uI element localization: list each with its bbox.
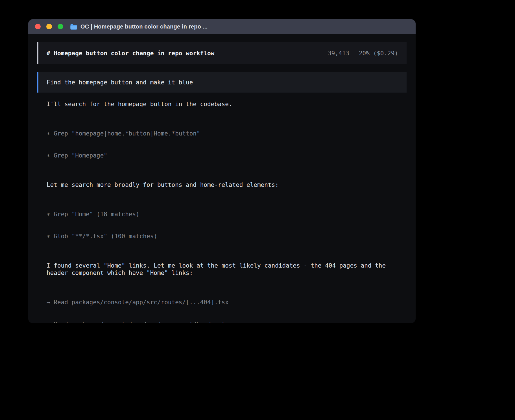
session-stats: 39,413 20% ($0.29) [328, 50, 398, 57]
titlebar[interactable]: OC | Homepage button color change in rep… [28, 19, 416, 34]
folder-icon [70, 24, 77, 30]
close-button[interactable] [35, 24, 41, 29]
tool-call-grep: ∗ Grep "homepage|home.*button|Home.*butt… [47, 130, 407, 137]
tool-call-group: ∗ Grep "homepage|home.*button|Home.*butt… [47, 115, 407, 174]
minimize-button[interactable] [46, 24, 52, 29]
tool-call-grep: ∗ Grep "Homepage" [47, 152, 407, 159]
window-title: OC | Homepage button color change in rep… [80, 23, 208, 30]
terminal-window: OC | Homepage button color change in rep… [28, 19, 416, 323]
desktop-background: OC | Homepage button color change in rep… [0, 0, 515, 420]
user-message-text: Find the homepage button and make it blu… [47, 79, 193, 86]
assistant-text: I'll search for the homepage button in t… [47, 100, 407, 108]
tool-call-group: → Read packages/console/app/src/routes/[… [47, 284, 407, 323]
session-title: # Homepage button color change in repo w… [47, 50, 214, 57]
zoom-button[interactable] [58, 24, 63, 29]
title-group: OC | Homepage button color change in rep… [70, 23, 208, 30]
traffic-lights [35, 24, 63, 29]
context-cost: 20% ($0.29) [359, 50, 398, 57]
user-message-block: Find the homepage button and make it blu… [37, 72, 407, 93]
assistant-text: I found several "Home" links. Let me loo… [47, 262, 407, 277]
session-header: # Homepage button color change in repo w… [37, 42, 407, 64]
tool-call-read: → Read packages/console/app/src/routes/[… [47, 299, 407, 306]
assistant-text: Let me search more broadly for buttons a… [47, 181, 407, 189]
transcript: I'll search for the homepage button in t… [47, 100, 407, 323]
tool-call-grep: ∗ Grep "Home" (18 matches) [47, 211, 407, 218]
tool-call-glob: ∗ Glob "**/*.tsx" (100 matches) [47, 233, 407, 240]
tool-call-read: → Read packages/console/app/src/componen… [47, 321, 407, 323]
terminal-content: # Homepage button color change in repo w… [28, 34, 416, 323]
tool-call-group: ∗ Grep "Home" (18 matches) ∗ Glob "**/*.… [47, 196, 407, 255]
token-count: 39,413 [328, 50, 349, 57]
